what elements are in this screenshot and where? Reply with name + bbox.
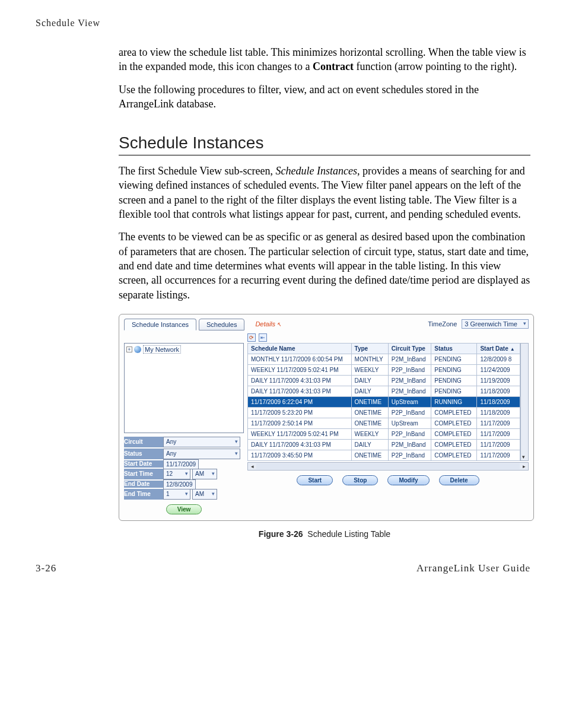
cell-name: 11/17/2009 2:50:14 PM xyxy=(248,418,352,428)
col-start-date-label: Start Date xyxy=(480,345,508,352)
action-button-row: Start Stop Modify Delete xyxy=(247,475,529,485)
cell-type: ONETIME xyxy=(351,396,388,407)
refresh-icon[interactable]: ⟳ xyxy=(247,333,256,342)
grid-header-row: Schedule Name Type Circuit Type Status S… xyxy=(248,343,520,354)
sort-asc-icon: ▲ xyxy=(510,346,515,352)
cell-circuit: P2P_InBand xyxy=(388,407,431,418)
scroll-left-icon[interactable]: ◂ xyxy=(248,463,256,469)
cell-circuit: P2P_InBand xyxy=(388,364,431,375)
cell-circuit: P2P_InBand xyxy=(388,428,431,439)
schedule-app: Schedule Instances Schedules Details↖ Ti… xyxy=(119,314,534,521)
table-row[interactable]: DAILY 11/17/2009 4:31:03 PMDAILYP2M_InBa… xyxy=(248,439,520,450)
cell-type: ONETIME xyxy=(351,407,388,418)
cell-start: 11/17/2009 xyxy=(477,439,520,450)
filter-startdate-input[interactable]: 11/17/2009 xyxy=(163,459,199,469)
cell-status: COMPLETED xyxy=(431,439,477,450)
table-row[interactable]: WEEKLY 11/17/2009 5:02:41 PMWEEKLYP2P_In… xyxy=(248,364,520,375)
cell-status: PENDING xyxy=(431,375,477,386)
filter-table: Circuit Any Status Any Start Date 11/17/… xyxy=(124,435,244,501)
paragraph-4: The events to be viewed can be as specif… xyxy=(36,230,530,301)
filter-circuit-label: Circuit xyxy=(124,437,163,447)
col-circuit-type[interactable]: Circuit Type xyxy=(388,343,431,354)
table-row[interactable]: 11/17/2009 3:45:50 PMONETIMEP2P_InBandCO… xyxy=(248,450,520,460)
cell-type: MONTHLY xyxy=(351,354,388,364)
scroll-right-icon[interactable]: ▸ xyxy=(520,463,528,469)
table-row[interactable]: 11/17/2009 5:23:20 PMONETIMEP2P_InBandCO… xyxy=(248,407,520,418)
table-row[interactable]: DAILY 11/17/2009 4:31:03 PMDAILYP2M_InBa… xyxy=(248,375,520,386)
cell-type: DAILY xyxy=(351,386,388,396)
cell-type: WEEKLY xyxy=(351,428,388,439)
expand-icon[interactable]: ⇤ xyxy=(259,333,267,342)
cursor-icon: ↖ xyxy=(276,321,281,328)
globe-icon xyxy=(134,346,141,353)
filter-enddate-label: End Date xyxy=(124,481,163,488)
tab-schedules[interactable]: Schedules xyxy=(199,319,244,330)
cell-name: DAILY 11/17/2009 4:31:03 PM xyxy=(248,439,352,450)
table-row[interactable]: WEEKLY 11/17/2009 5:02:41 PMWEEKLYP2P_In… xyxy=(248,428,520,439)
start-button[interactable]: Start xyxy=(297,475,333,485)
cell-circuit: P2M_InBand xyxy=(388,375,431,386)
vertical-scrollbar[interactable]: ▾ xyxy=(520,343,529,461)
footer-page-number: 3-26 xyxy=(36,562,56,574)
cell-status: COMPLETED xyxy=(431,407,477,418)
schedule-grid: Schedule Name Type Circuit Type Status S… xyxy=(247,343,520,461)
col-start-date[interactable]: Start Date▲ xyxy=(477,343,520,354)
cell-name: 11/17/2009 5:23:20 PM xyxy=(248,407,352,418)
scroll-track[interactable] xyxy=(256,463,520,469)
details-link[interactable]: Details↖ xyxy=(255,320,281,328)
cell-start: 11/18/2009 xyxy=(477,407,520,418)
timezone-label: TimeZone xyxy=(428,320,457,328)
table-row[interactable]: DAILY 11/17/2009 4:31:03 PMDAILYP2M_InBa… xyxy=(248,386,520,396)
stop-button[interactable]: Stop xyxy=(342,475,378,485)
timezone-select[interactable]: 3 Greenwich Time xyxy=(462,319,529,329)
para3-a: The first Schedule View sub-screen, xyxy=(119,165,276,177)
cell-name: 11/17/2009 6:22:04 PM xyxy=(248,396,352,407)
paragraph-1: area to view the schedule list table. Th… xyxy=(36,45,530,74)
view-button[interactable]: View xyxy=(166,504,202,514)
cell-status: COMPLETED xyxy=(431,450,477,460)
col-status[interactable]: Status xyxy=(431,343,477,354)
network-tree[interactable]: + My Network xyxy=(124,343,244,433)
cell-start: 11/17/2009 xyxy=(477,450,520,460)
modify-button[interactable]: Modify xyxy=(387,475,429,485)
tree-root-row[interactable]: + My Network xyxy=(126,345,241,354)
cell-name: DAILY 11/17/2009 4:31:03 PM xyxy=(248,386,352,396)
filter-status-label: Status xyxy=(124,449,163,459)
page-footer: 3-26 ArrangeLink User Guide xyxy=(36,562,530,574)
cell-type: ONETIME xyxy=(351,418,388,428)
table-row[interactable]: 11/17/2009 6:22:04 PMONETIMEUpStreamRUNN… xyxy=(248,396,520,407)
col-type[interactable]: Type xyxy=(351,343,388,354)
horizontal-scrollbar[interactable]: ◂ ▸ xyxy=(247,462,529,471)
figure-wrap: Schedule Instances Schedules Details↖ Ti… xyxy=(119,314,530,539)
scroll-down-icon[interactable]: ▾ xyxy=(522,454,525,460)
filter-endtime-hour[interactable]: 1 xyxy=(163,489,190,500)
cell-circuit: UpStream xyxy=(388,396,431,407)
table-row[interactable]: MONTHLY 11/17/2009 6:00:54 PMMONTHLYP2M_… xyxy=(248,354,520,364)
figure-number: Figure 3-26 xyxy=(259,529,303,539)
tab-schedule-instances[interactable]: Schedule Instances xyxy=(124,319,196,330)
cell-status: PENDING xyxy=(431,386,477,396)
cell-status: COMPLETED xyxy=(431,418,477,428)
cell-start: 11/17/2009 xyxy=(477,428,520,439)
table-row[interactable]: 11/17/2009 2:50:14 PMONETIMEUpStreamCOMP… xyxy=(248,418,520,428)
filter-endtime-ampm[interactable]: AM xyxy=(192,489,217,500)
col-schedule-name[interactable]: Schedule Name xyxy=(248,343,352,354)
cell-status: PENDING xyxy=(431,364,477,375)
filter-enddate-input[interactable]: 12/8/2009 xyxy=(163,479,196,489)
cell-circuit: P2M_InBand xyxy=(388,354,431,364)
cell-circuit: P2M_InBand xyxy=(388,439,431,450)
cell-name: DAILY 11/17/2009 4:31:03 PM xyxy=(248,375,352,386)
paragraph-3: The first Schedule View sub-screen, Sche… xyxy=(36,164,530,221)
toolbar-row: ⟳ ⇤ xyxy=(124,333,529,342)
cell-start: 11/18/2009 xyxy=(477,396,520,407)
delete-button[interactable]: Delete xyxy=(439,475,479,485)
paragraph-2: Use the following procedures to filter, … xyxy=(36,82,530,112)
tree-expand-icon[interactable]: + xyxy=(126,346,132,352)
filter-circuit-select[interactable]: Any xyxy=(163,437,240,447)
cell-circuit: P2M_InBand xyxy=(388,386,431,396)
filter-starttime-hour[interactable]: 12 xyxy=(163,469,190,479)
filter-status-select[interactable]: Any xyxy=(163,449,240,459)
filter-startdate-label: Start Date xyxy=(124,460,163,468)
filter-starttime-ampm[interactable]: AM xyxy=(192,469,217,479)
para3-em: Schedule Instances xyxy=(276,165,357,177)
